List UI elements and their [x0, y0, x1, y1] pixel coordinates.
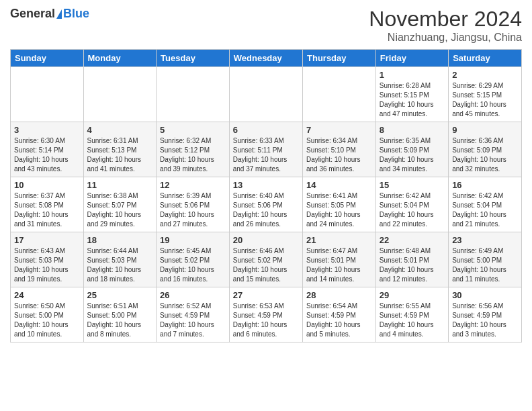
table-row: 28Sunrise: 6:54 AMSunset: 4:59 PMDayligh… — [303, 287, 376, 342]
day-number: 5 — [160, 125, 226, 135]
day-number: 2 — [452, 70, 518, 80]
day-number: 6 — [233, 125, 299, 135]
day-info: Sunrise: 6:55 AMSunset: 4:59 PMDaylight:… — [380, 302, 445, 339]
logo-general: General — [10, 7, 55, 21]
day-number: 14 — [306, 180, 372, 190]
day-info: Sunrise: 6:34 AMSunset: 5:10 PMDaylight:… — [306, 136, 372, 174]
day-info: Sunrise: 6:32 AMSunset: 5:12 PMDaylight:… — [160, 136, 226, 174]
table-row: 18Sunrise: 6:44 AMSunset: 5:03 PMDayligh… — [83, 232, 157, 287]
col-monday: Monday — [83, 50, 157, 67]
table-row: 14Sunrise: 6:41 AMSunset: 5:05 PMDayligh… — [303, 177, 376, 232]
table-row: 2Sunrise: 6:29 AMSunset: 5:15 PMDaylight… — [449, 67, 522, 122]
day-number: 26 — [160, 290, 226, 300]
day-info: Sunrise: 6:52 AMSunset: 4:59 PMDaylight:… — [160, 302, 226, 339]
col-tuesday: Tuesday — [157, 50, 230, 67]
table-row: 21Sunrise: 6:47 AMSunset: 5:01 PMDayligh… — [303, 232, 376, 287]
day-info: Sunrise: 6:46 AMSunset: 5:02 PMDaylight:… — [233, 246, 299, 284]
col-sunday: Sunday — [11, 50, 84, 67]
day-number: 25 — [87, 290, 153, 300]
table-row: 25Sunrise: 6:51 AMSunset: 5:00 PMDayligh… — [83, 287, 157, 342]
table-row: 30Sunrise: 6:56 AMSunset: 4:59 PMDayligh… — [449, 287, 522, 342]
day-info: Sunrise: 6:36 AMSunset: 5:09 PMDaylight:… — [452, 136, 518, 174]
day-number: 27 — [233, 290, 299, 300]
day-number: 23 — [452, 235, 518, 245]
day-info: Sunrise: 6:49 AMSunset: 5:00 PMDaylight:… — [452, 246, 518, 284]
table-row: 20Sunrise: 6:46 AMSunset: 5:02 PMDayligh… — [229, 232, 302, 287]
day-info: Sunrise: 6:45 AMSunset: 5:02 PMDaylight:… — [160, 246, 226, 284]
day-number: 30 — [452, 290, 518, 300]
calendar-week-2: 3Sunrise: 6:30 AMSunset: 5:14 PMDaylight… — [11, 122, 522, 177]
calendar-week-4: 17Sunrise: 6:43 AMSunset: 5:03 PMDayligh… — [11, 232, 522, 287]
col-friday: Friday — [375, 50, 448, 67]
table-row: 1Sunrise: 6:28 AMSunset: 5:15 PMDaylight… — [375, 67, 448, 122]
day-info: Sunrise: 6:50 AMSunset: 5:00 PMDaylight:… — [14, 302, 80, 339]
logo-blue: Blue — [63, 7, 89, 21]
day-number: 20 — [233, 235, 299, 245]
day-info: Sunrise: 6:42 AMSunset: 5:04 PMDaylight:… — [380, 191, 445, 229]
calendar-week-3: 10Sunrise: 6:37 AMSunset: 5:08 PMDayligh… — [11, 177, 522, 232]
table-row: 10Sunrise: 6:37 AMSunset: 5:08 PMDayligh… — [11, 177, 84, 232]
month-title: November 2024 — [369, 7, 522, 32]
table-row: 12Sunrise: 6:39 AMSunset: 5:06 PMDayligh… — [157, 177, 230, 232]
table-row — [303, 67, 376, 122]
table-row: 27Sunrise: 6:53 AMSunset: 4:59 PMDayligh… — [229, 287, 302, 342]
day-info: Sunrise: 6:35 AMSunset: 5:09 PMDaylight:… — [380, 136, 445, 174]
day-info: Sunrise: 6:38 AMSunset: 5:07 PMDaylight:… — [87, 191, 153, 229]
day-info: Sunrise: 6:53 AMSunset: 4:59 PMDaylight:… — [233, 302, 299, 339]
table-row: 23Sunrise: 6:49 AMSunset: 5:00 PMDayligh… — [449, 232, 522, 287]
col-wednesday: Wednesday — [229, 50, 302, 67]
day-number: 22 — [380, 235, 445, 245]
day-number: 12 — [160, 180, 226, 190]
page: General Blue November 2024 Nianzhuang, J… — [0, 0, 532, 349]
title-section: November 2024 Nianzhuang, Jiangsu, China — [369, 7, 522, 44]
table-row: 26Sunrise: 6:52 AMSunset: 4:59 PMDayligh… — [157, 287, 230, 342]
day-info: Sunrise: 6:47 AMSunset: 5:01 PMDaylight:… — [306, 246, 372, 284]
table-row: 7Sunrise: 6:34 AMSunset: 5:10 PMDaylight… — [303, 122, 376, 177]
calendar-week-5: 24Sunrise: 6:50 AMSunset: 5:00 PMDayligh… — [11, 287, 522, 342]
calendar: Sunday Monday Tuesday Wednesday Thursday… — [10, 49, 522, 342]
day-number: 9 — [452, 125, 518, 135]
table-row: 3Sunrise: 6:30 AMSunset: 5:14 PMDaylight… — [11, 122, 84, 177]
day-number: 11 — [87, 180, 153, 190]
day-info: Sunrise: 6:54 AMSunset: 4:59 PMDaylight:… — [306, 302, 372, 339]
day-number: 1 — [380, 70, 445, 80]
table-row: 9Sunrise: 6:36 AMSunset: 5:09 PMDaylight… — [449, 122, 522, 177]
table-row: 5Sunrise: 6:32 AMSunset: 5:12 PMDaylight… — [157, 122, 230, 177]
table-row: 24Sunrise: 6:50 AMSunset: 5:00 PMDayligh… — [11, 287, 84, 342]
day-number: 16 — [452, 180, 518, 190]
day-number: 19 — [160, 235, 226, 245]
table-row: 4Sunrise: 6:31 AMSunset: 5:13 PMDaylight… — [83, 122, 157, 177]
day-info: Sunrise: 6:56 AMSunset: 4:59 PMDaylight:… — [452, 302, 518, 339]
day-info: Sunrise: 6:43 AMSunset: 5:03 PMDaylight:… — [14, 246, 80, 284]
table-row — [229, 67, 302, 122]
location-subtitle: Nianzhuang, Jiangsu, China — [369, 32, 522, 44]
table-row — [83, 67, 157, 122]
table-row: 13Sunrise: 6:40 AMSunset: 5:06 PMDayligh… — [229, 177, 302, 232]
day-info: Sunrise: 6:44 AMSunset: 5:03 PMDaylight:… — [87, 246, 153, 284]
logo-text: General Blue — [10, 7, 89, 21]
day-number: 17 — [14, 235, 80, 245]
col-thursday: Thursday — [303, 50, 376, 67]
day-info: Sunrise: 6:37 AMSunset: 5:08 PMDaylight:… — [14, 191, 80, 229]
calendar-week-1: 1Sunrise: 6:28 AMSunset: 5:15 PMDaylight… — [11, 67, 522, 122]
day-number: 7 — [306, 125, 372, 135]
table-row: 17Sunrise: 6:43 AMSunset: 5:03 PMDayligh… — [11, 232, 84, 287]
day-info: Sunrise: 6:31 AMSunset: 5:13 PMDaylight:… — [87, 136, 153, 174]
logo: General Blue — [10, 7, 89, 21]
day-info: Sunrise: 6:51 AMSunset: 5:00 PMDaylight:… — [87, 302, 153, 339]
day-info: Sunrise: 6:40 AMSunset: 5:06 PMDaylight:… — [233, 191, 299, 229]
logo-triangle-icon — [56, 9, 62, 19]
day-number: 18 — [87, 235, 153, 245]
calendar-header-row: Sunday Monday Tuesday Wednesday Thursday… — [11, 50, 522, 67]
day-info: Sunrise: 6:33 AMSunset: 5:11 PMDaylight:… — [233, 136, 299, 174]
table-row — [157, 67, 230, 122]
header: General Blue November 2024 Nianzhuang, J… — [10, 7, 522, 44]
col-saturday: Saturday — [449, 50, 522, 67]
table-row: 6Sunrise: 6:33 AMSunset: 5:11 PMDaylight… — [229, 122, 302, 177]
day-number: 8 — [380, 125, 445, 135]
table-row: 22Sunrise: 6:48 AMSunset: 5:01 PMDayligh… — [375, 232, 448, 287]
day-number: 24 — [14, 290, 80, 300]
day-number: 28 — [306, 290, 372, 300]
day-info: Sunrise: 6:48 AMSunset: 5:01 PMDaylight:… — [380, 246, 445, 284]
day-number: 3 — [14, 125, 80, 135]
